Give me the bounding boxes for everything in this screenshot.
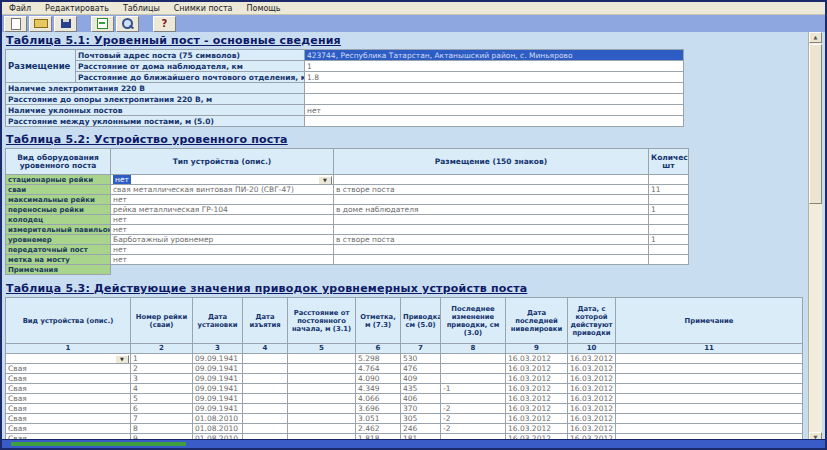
grid-cell[interactable] xyxy=(288,414,356,424)
grid-cell[interactable]: 09.09.1941 xyxy=(193,404,243,414)
grid-cell[interactable]: 16.03.2012 xyxy=(506,414,568,424)
grid-cell[interactable]: Свая xyxy=(6,404,131,414)
grid-cell[interactable]: Свая xyxy=(6,424,131,434)
quantity-cell[interactable] xyxy=(649,215,689,225)
grid-cell[interactable] xyxy=(243,384,288,394)
vertical-scroll-thumb[interactable] xyxy=(809,44,822,204)
post-office-distance-field[interactable]: 1.8 xyxy=(305,72,684,83)
quantity-cell[interactable] xyxy=(649,195,689,205)
grid-cell[interactable]: Свая xyxy=(6,374,131,384)
postal-address-field[interactable]: 423744, Республика Татарстан, Актанышски… xyxy=(305,50,684,61)
power-pole-distance-field[interactable] xyxy=(305,94,684,105)
slope-posts-field[interactable]: нет xyxy=(305,105,684,116)
device-type-cell[interactable]: нет xyxy=(111,245,334,255)
grid-cell[interactable]: Свая xyxy=(6,364,131,374)
grid-cell[interactable]: 435 xyxy=(401,384,441,394)
grid-cell[interactable]: 1 xyxy=(131,354,193,364)
vertical-scrollbar[interactable]: ▲ ▼ xyxy=(808,32,822,444)
grid-cell[interactable]: 09.09.1941 xyxy=(193,364,243,374)
grid-cell[interactable]: 4.349 xyxy=(356,384,401,394)
bottom-scroll-thumb[interactable] xyxy=(11,442,186,446)
placement-cell[interactable]: в створе поста xyxy=(334,185,649,195)
grid-cell[interactable] xyxy=(243,394,288,404)
quantity-cell[interactable]: 1 xyxy=(649,205,689,215)
grid-cell[interactable]: 530 xyxy=(401,354,441,364)
placement-cell[interactable]: в створе поста xyxy=(334,235,649,245)
grid-cell[interactable]: 01.08.2010 xyxy=(193,414,243,424)
grid-cell[interactable] xyxy=(288,404,356,414)
grid-cell[interactable]: 16.03.2012 xyxy=(506,374,568,384)
grid-cell[interactable] xyxy=(243,424,288,434)
grid-cell[interactable] xyxy=(288,424,356,434)
menu-tables[interactable]: Таблицы xyxy=(116,4,167,13)
grid-cell[interactable] xyxy=(616,424,803,434)
grid-cell[interactable]: -2 xyxy=(441,404,506,414)
grid-cell[interactable]: -2 xyxy=(441,424,506,434)
grid-cell[interactable]: 5.298 xyxy=(356,354,401,364)
grid-cell[interactable] xyxy=(243,354,288,364)
menu-help[interactable]: Помощь xyxy=(239,4,287,13)
quantity-cell[interactable]: 1 xyxy=(649,235,689,245)
dropdown-arrow-button[interactable]: ▼ xyxy=(318,176,332,185)
grid-cell[interactable]: 4.066 xyxy=(356,394,401,404)
device-type-cell[interactable]: нет xyxy=(111,215,334,225)
grid-cell[interactable]: 01.08.2010 xyxy=(193,424,243,434)
grid-cell[interactable] xyxy=(288,374,356,384)
open-file-button[interactable] xyxy=(29,16,52,32)
grid-cell[interactable]: 305 xyxy=(401,414,441,424)
grid-cell[interactable]: 16.03.2012 xyxy=(568,354,616,364)
device-type-cell[interactable]: рейка металлическая ГР-104 xyxy=(111,205,334,215)
grid-cell[interactable]: 16.03.2012 xyxy=(568,374,616,384)
grid-cell[interactable]: 16.03.2012 xyxy=(506,364,568,374)
grid-cell[interactable]: 16.03.2012 xyxy=(506,384,568,394)
grid-cell[interactable] xyxy=(616,394,803,404)
sheet-edit-button[interactable] xyxy=(91,16,114,32)
placement-cell[interactable] xyxy=(334,255,649,265)
grid-cell[interactable]: 6 xyxy=(131,404,193,414)
device-type-cell[interactable]: свая металлическая винтовая ПИ-20 (СВГ-4… xyxy=(111,185,334,195)
grid-cell[interactable]: 7 xyxy=(131,414,193,424)
grid-cell[interactable]: 09.09.1941 xyxy=(193,394,243,404)
device-type-cell[interactable]: нет xyxy=(111,195,334,205)
grid-cell[interactable] xyxy=(288,394,356,404)
grid-cell[interactable]: -1 xyxy=(441,384,506,394)
grid-cell[interactable]: 16.03.2012 xyxy=(506,354,568,364)
placement-cell[interactable] xyxy=(334,225,649,235)
grid-cell[interactable]: 16.03.2012 xyxy=(568,404,616,414)
new-file-button[interactable] xyxy=(4,16,27,32)
quantity-cell[interactable] xyxy=(649,175,689,185)
grid-cell[interactable]: 3.051 xyxy=(356,414,401,424)
grid-cell[interactable]: 16.03.2012 xyxy=(568,394,616,404)
grid-cell[interactable] xyxy=(288,354,356,364)
grid-cell[interactable]: 370 xyxy=(401,404,441,414)
grid-cell[interactable]: 2.462 xyxy=(356,424,401,434)
grid-cell[interactable]: 476 xyxy=(401,364,441,374)
scroll-up-button[interactable]: ▲ xyxy=(809,32,822,43)
grid-cell[interactable]: ▼ xyxy=(6,354,131,364)
grid-cell[interactable] xyxy=(243,364,288,374)
placement-cell[interactable] xyxy=(334,175,649,185)
grid-cell[interactable] xyxy=(616,384,803,394)
grid-cell[interactable]: 2 xyxy=(131,364,193,374)
grid-cell[interactable] xyxy=(243,374,288,384)
search-button[interactable] xyxy=(116,16,139,32)
device-type-cell[interactable]: нет▼ xyxy=(111,175,334,185)
save-button[interactable] xyxy=(54,16,77,32)
grid-cell[interactable]: 09.09.1941 xyxy=(193,384,243,394)
grid-cell[interactable]: 16.03.2012 xyxy=(568,414,616,424)
quantity-cell[interactable] xyxy=(649,255,689,265)
menu-file[interactable]: Файл xyxy=(2,4,38,13)
grid-cell[interactable] xyxy=(441,364,506,374)
grid-cell[interactable] xyxy=(441,374,506,384)
grid-cell[interactable]: 16.03.2012 xyxy=(506,404,568,414)
placement-cell[interactable]: в доме наблюдателя xyxy=(334,205,649,215)
grid-cell[interactable] xyxy=(288,384,356,394)
grid-cell[interactable]: 09.09.1941 xyxy=(193,354,243,364)
device-type-cell[interactable]: нет xyxy=(111,255,334,265)
grid-cell[interactable] xyxy=(616,354,803,364)
placement-cell[interactable] xyxy=(334,245,649,255)
grid-cell[interactable] xyxy=(288,364,356,374)
dropdown-arrow-button[interactable]: ▼ xyxy=(115,355,129,364)
quantity-cell[interactable]: 11 xyxy=(649,185,689,195)
device-type-cell[interactable]: Барботажный уровнемер xyxy=(111,235,334,245)
